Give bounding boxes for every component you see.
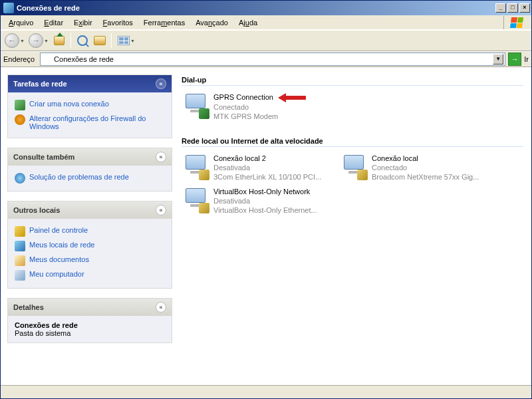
connection-local[interactable]: Conexão local Conectado Broadcom NetXtre… [340, 152, 493, 183]
panel-header-details[interactable]: Detalhes « [8, 299, 172, 316]
connection-local2[interactable]: Conexão local 2 Desativada 3Com EtherLin… [182, 152, 334, 183]
link-my-computer[interactable]: Meu computador [15, 268, 165, 283]
connection-status: Desativada [213, 196, 317, 205]
minimize-button[interactable]: _ [495, 3, 506, 13]
connection-device: 3Com EtherLink XL 10/100 PCI... [213, 172, 321, 182]
task-label: Meus documentos [29, 255, 89, 263]
folders-icon [94, 36, 106, 45]
connection-name: GPRS Connection [213, 92, 309, 102]
link-network-places[interactable]: Meus locais de rede [15, 239, 165, 253]
network-connections-icon [42, 55, 51, 64]
task-label: Painel de controle [29, 226, 88, 234]
forward-button[interactable]: →▼ [27, 33, 50, 49]
toolbar: ←▼ →▼ ▼ [1, 30, 531, 51]
menubar: AArquivorquivo EditarEditar ExibirExibir… [1, 15, 531, 30]
link-control-panel[interactable]: Painel de controle [15, 224, 165, 239]
panel-network-tasks: Tarefas de rede « Criar uma nova conexão… [7, 74, 172, 138]
connections-list: Dial-up GPRS Connection Conectado MTK GP… [179, 68, 531, 385]
up-folder-icon [54, 36, 65, 45]
menu-arquivo[interactable]: AArquivorquivo [3, 17, 39, 28]
dialup-connection-icon [183, 92, 209, 119]
menu-ajuda[interactable]: AjudaAjuda [233, 17, 263, 28]
menu-arquivo-label: Arquivorquivo [13, 19, 33, 27]
toolbar-separator [111, 33, 112, 48]
network-places-icon [15, 241, 25, 251]
menu-ferramentas[interactable]: FerramentasFerramentas [138, 17, 190, 28]
address-dropdown-button[interactable]: ▼ [493, 54, 503, 65]
statusbar [1, 385, 531, 398]
task-new-connection[interactable]: Criar uma nova conexão [15, 98, 165, 112]
connection-name: Conexão local 2 [213, 154, 321, 163]
close-button[interactable]: × [519, 3, 530, 13]
panel-title: Outros locais [13, 206, 60, 214]
info-icon [15, 173, 25, 184]
connection-virtualbox[interactable]: VirtualBox Host-Only Network Desativada … [182, 186, 334, 216]
details-name: Conexões de rede [15, 321, 165, 329]
connection-device: Broadcom NetXtreme 57xx Gig... [372, 172, 479, 182]
panel-title: Detalhes [13, 303, 44, 311]
connection-gprs[interactable]: GPRS Connection Conectado MTK GPRS Modem [182, 91, 334, 122]
back-button[interactable]: ←▼ [3, 33, 26, 49]
panel-header-other-places[interactable]: Outros locais « [8, 201, 172, 219]
search-button[interactable] [74, 33, 90, 49]
collapse-icon: « [156, 152, 166, 162]
window-title: Conexões de rede [17, 4, 80, 12]
panel-other-places: Outros locais « Painel de controle Meus … [7, 201, 172, 289]
up-button[interactable] [51, 33, 67, 49]
folder-icon [15, 255, 25, 266]
address-input[interactable]: Conexões de rede ▼ [40, 53, 505, 66]
panel-title: Tarefas de rede [13, 80, 67, 88]
explorer-window: Conexões de rede _ □ × AArquivorquivo Ed… [0, 0, 532, 399]
lan-connection-icon [183, 154, 209, 180]
computer-icon [15, 270, 25, 281]
panel-see-also: Consulte também « Solução de problemas d… [7, 148, 172, 192]
connection-name: Conexão local [372, 154, 479, 163]
panel-title: Consulte também [13, 153, 74, 161]
connection-status: Desativada [213, 163, 321, 172]
toolbar-separator [70, 33, 71, 48]
task-label: Meu computador [29, 270, 84, 278]
lan-connection-icon [341, 154, 368, 180]
collapse-icon: « [156, 78, 166, 89]
connection-status: Conectado [372, 163, 479, 172]
firewall-icon [15, 114, 25, 125]
menu-avancado[interactable]: AvançadoAvançado [190, 17, 233, 28]
link-my-documents[interactable]: Meus documentos [15, 253, 165, 268]
search-icon [77, 35, 88, 46]
group-lan: Rede local ou Internet de alta velocidad… [182, 134, 523, 147]
address-label: Endereço [3, 55, 37, 63]
throbber-logo [503, 16, 529, 29]
views-button[interactable]: ▼ [115, 33, 138, 49]
menu-favoritos[interactable]: FavoritosFavoritos [98, 17, 138, 28]
collapse-icon: « [156, 302, 166, 313]
connection-name: VirtualBox Host-Only Network [213, 187, 317, 196]
connection-status: Conectado [213, 102, 309, 112]
group-dialup: Dial-up [182, 73, 523, 86]
task-label: Alterar configurações do Firewall do Win… [29, 114, 165, 130]
panel-header-see-also[interactable]: Consulte também « [8, 148, 172, 166]
lan-connection-icon [183, 187, 209, 213]
go-button[interactable]: → [508, 53, 521, 66]
connection-device: MTK GPRS Modem [213, 112, 309, 121]
task-label: Solução de problemas de rede [29, 173, 129, 181]
views-icon [118, 36, 130, 45]
task-pane: Tarefas de rede « Criar uma nova conexão… [1, 68, 179, 385]
content-area: Tarefas de rede « Criar uma nova conexão… [1, 67, 531, 385]
titlebar[interactable]: Conexões de rede _ □ × [1, 1, 531, 15]
windows-flag-icon [509, 17, 523, 28]
task-troubleshoot[interactable]: Solução de problemas de rede [15, 171, 165, 186]
addressbar: Endereço Conexões de rede ▼ → Ir [1, 51, 531, 67]
panel-header-network-tasks[interactable]: Tarefas de rede « [8, 75, 172, 92]
menu-editar[interactable]: EditarEditar [39, 17, 68, 28]
control-panel-icon [15, 226, 25, 237]
task-firewall-settings[interactable]: Alterar configurações do Firewall do Win… [15, 112, 165, 132]
task-label: Meus locais de rede [29, 241, 94, 249]
task-label: Criar uma nova conexão [29, 100, 109, 108]
panel-details: Detalhes « Conexões de rede Pasta do sis… [7, 298, 172, 343]
details-type: Pasta do sistema [15, 329, 165, 337]
new-connection-icon [15, 100, 25, 110]
maximize-button[interactable]: □ [507, 3, 518, 13]
folders-button[interactable] [92, 33, 108, 49]
menu-exibir[interactable]: ExibirExibir [68, 17, 98, 28]
go-label: Ir [524, 55, 529, 63]
